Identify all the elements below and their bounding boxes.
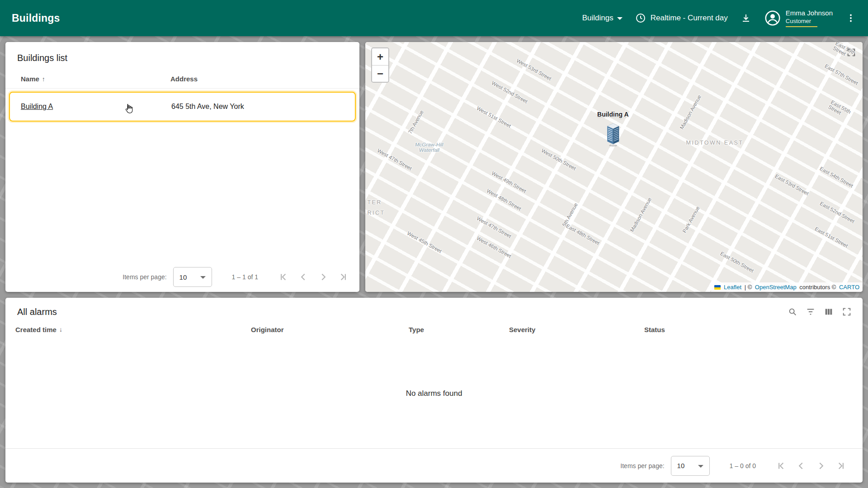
map-label: West 47th Street	[376, 148, 413, 171]
map-label: Park Avenue	[681, 206, 700, 234]
buildings-dropdown[interactable]: Buildings	[582, 14, 623, 23]
column-header-type[interactable]: Type	[409, 326, 509, 333]
column-header-address[interactable]: Address	[170, 75, 359, 83]
map-label: RICT	[367, 210, 385, 216]
alarms-card: All alarms	[5, 298, 863, 483]
building-a-marker[interactable]: Building A	[597, 111, 628, 147]
column-header-created-time[interactable]: Created time ↓	[5, 326, 251, 333]
download-button[interactable]	[741, 13, 751, 23]
last-page-button[interactable]	[333, 267, 353, 287]
zoom-out-button[interactable]: −	[372, 65, 388, 82]
filter-button[interactable]	[806, 307, 816, 317]
map-label: East 48th Street	[565, 223, 600, 246]
alarms-paginator: Items per page: 10 1 – 0 of 0	[5, 448, 863, 483]
timewindow-button[interactable]: Realtime - Current day	[635, 13, 728, 23]
map-attribution: Leaflet | © OpenStreetMap contributors ©…	[711, 282, 863, 292]
first-page-button[interactable]	[274, 267, 293, 287]
zoom-in-button[interactable]: +	[372, 48, 388, 65]
marker-label: Building A	[597, 111, 628, 118]
map-label: West 51st Street	[476, 106, 512, 129]
map-label: 5th Avenue	[561, 202, 578, 227]
map-label: McGraw-Hill Waterfall	[415, 142, 443, 153]
next-page-button[interactable]	[811, 456, 831, 476]
chevron-right-icon	[317, 271, 329, 283]
first-page-icon	[278, 271, 289, 283]
prev-page-button[interactable]	[791, 456, 811, 476]
last-page-icon	[337, 271, 349, 283]
sort-asc-icon: ↑	[42, 75, 45, 83]
osm-link[interactable]: OpenStreetMap	[755, 284, 797, 291]
map-fullscreen-button[interactable]	[846, 47, 856, 59]
map-label: West 46th Street	[476, 235, 512, 259]
clock-icon	[635, 13, 646, 23]
top-bar: Buildings Buildings Realtime - Current d…	[0, 0, 868, 36]
dashboard-content: Buildings list Name ↑ Address Building A…	[0, 36, 868, 488]
ukraine-flag-icon	[714, 285, 721, 290]
filter-icon	[806, 307, 816, 317]
column-header-name[interactable]: Name ↑	[5, 75, 170, 83]
fullscreen-icon	[846, 47, 856, 57]
carto-link[interactable]: CARTO	[839, 284, 859, 291]
column-header-severity[interactable]: Severity	[509, 326, 644, 333]
alarms-fullscreen-button[interactable]	[842, 307, 852, 317]
prev-page-button[interactable]	[293, 267, 313, 287]
map-label: East 55th Street	[827, 99, 863, 126]
user-role: Customer	[786, 18, 817, 27]
map-label: East 54th Street	[819, 166, 854, 188]
search-button[interactable]	[788, 307, 797, 317]
map-label: MIDTOWN EAST	[686, 140, 744, 146]
next-page-button[interactable]	[313, 267, 333, 287]
map-card: West 53rd StreetWest 52nd StreetWest 51s…	[365, 42, 863, 292]
map-label: 7th Avenue	[407, 109, 424, 135]
map-label: West 45th Street	[406, 230, 443, 254]
column-header-status[interactable]: Status	[644, 326, 863, 333]
columns-button[interactable]	[824, 307, 834, 317]
alarms-table-header: Created time ↓ Originator Type Severity …	[5, 320, 863, 339]
kebab-menu-icon	[845, 13, 856, 23]
building-name-link[interactable]: Building A	[10, 103, 171, 111]
page-size-select[interactable]: 10	[671, 456, 710, 476]
zoom-control: + −	[371, 47, 389, 83]
more-menu-button[interactable]	[845, 13, 856, 23]
user-name: Emma Johnson	[786, 9, 833, 18]
map-label: West 50th Street	[540, 148, 577, 171]
map-label: East 50th Street	[719, 251, 755, 273]
column-header-originator[interactable]: Originator	[251, 326, 409, 333]
last-page-icon	[835, 460, 847, 472]
chevron-down-icon	[617, 17, 623, 20]
map-label: West 53rd Street	[515, 58, 552, 81]
user-info: Emma Johnson Customer	[786, 9, 833, 27]
columns-icon	[824, 307, 834, 317]
buildings-dropdown-label: Buildings	[582, 14, 613, 23]
map-label: West 48th Street	[486, 188, 522, 211]
page-title: Buildings	[12, 12, 60, 24]
last-page-button[interactable]	[831, 456, 851, 476]
table-row-building-a[interactable]: Building A 645 5th Ave, New York	[9, 92, 356, 122]
cursor-pointer-icon	[123, 103, 135, 115]
fullscreen-icon	[842, 307, 852, 317]
download-icon	[741, 13, 751, 23]
page-size-select[interactable]: 10	[173, 267, 212, 287]
leaflet-link[interactable]: Leaflet	[724, 284, 741, 291]
timewindow-label: Realtime - Current day	[651, 14, 728, 23]
top-row: Buildings list Name ↑ Address Building A…	[5, 42, 863, 292]
map-label: East 51st Street	[814, 226, 849, 249]
leaflet-map[interactable]: West 53rd StreetWest 52nd StreetWest 51s…	[365, 42, 863, 292]
first-page-icon	[775, 460, 787, 472]
alarms-header: All alarms	[5, 298, 863, 320]
map-label: East 53rd Street	[774, 173, 810, 196]
buildings-list-card: Buildings list Name ↑ Address Building A…	[5, 42, 359, 292]
map-label: East 57th Street	[824, 63, 859, 86]
user-menu[interactable]: Emma Johnson Customer	[764, 9, 833, 27]
app-root: Buildings Buildings Realtime - Current d…	[0, 0, 868, 488]
sort-desc-icon: ↓	[59, 326, 62, 333]
alarms-title: All alarms	[17, 307, 57, 317]
building-address-cell: 645 5th Ave, New York	[171, 103, 355, 111]
map-label: West 49th Street	[491, 170, 527, 194]
building-marker-icon	[604, 120, 623, 147]
first-page-button[interactable]	[771, 456, 791, 476]
map-label: TER	[367, 199, 382, 206]
buildings-paginator: Items per page: 10 1 – 1 of 1	[5, 262, 359, 292]
chevron-down-icon	[698, 465, 703, 468]
map-label: East 52nd Street	[819, 200, 855, 224]
